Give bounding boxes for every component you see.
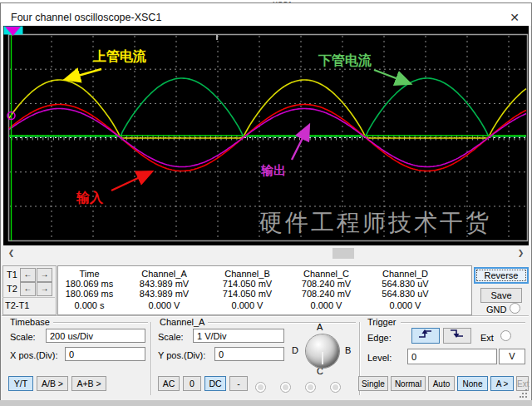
channel-group-line bbox=[208, 322, 356, 323]
channel-indicator-1[interactable] bbox=[255, 382, 266, 393]
trigger-single-button[interactable]: Single bbox=[358, 376, 388, 391]
trigger-none-button[interactable]: None bbox=[457, 376, 488, 391]
knob-pointer bbox=[322, 352, 323, 364]
diff-channel-c: 0.000 V bbox=[287, 300, 366, 310]
annotation-input: 输入 bbox=[76, 191, 104, 205]
oscilloscope-screen: 上管电流 下管电流 输入 输出 硬件工程师技术干货 bbox=[3, 26, 529, 245]
t2-t1-label: T2-T1 bbox=[5, 300, 29, 310]
trigger-group-title: Trigger bbox=[366, 317, 397, 327]
dc-coupling-button[interactable]: DC bbox=[204, 376, 226, 391]
knob-label-d: D bbox=[292, 345, 298, 355]
falling-edge-button[interactable] bbox=[443, 328, 471, 344]
channel-indicator-3[interactable] bbox=[305, 382, 316, 393]
trigger-level-input[interactable] bbox=[407, 349, 497, 364]
knob-label-a: A bbox=[317, 322, 323, 332]
trigger-ext-label: Ext bbox=[480, 333, 494, 343]
channel-scale-input[interactable] bbox=[193, 329, 284, 343]
col-header-channel-b: Channel_B bbox=[208, 269, 287, 279]
knob-label-b: B bbox=[345, 345, 351, 355]
cursor-box-divider bbox=[2, 297, 55, 298]
channel-indicator-2[interactable] bbox=[280, 382, 291, 393]
rising-edge-button[interactable] bbox=[411, 328, 440, 344]
col-header-time: Time bbox=[58, 269, 121, 279]
channel-indicator-4[interactable] bbox=[330, 382, 341, 393]
t1-right-arrow-button[interactable]: → bbox=[37, 268, 52, 282]
annotation-upper-tube-current: 上管电流 bbox=[92, 48, 146, 63]
window-title: Four channel oscilloscope-XSC1 bbox=[11, 12, 161, 23]
screenshot-root: XSC1 Four channel oscilloscope-XSC1 ✕ bbox=[0, 0, 532, 406]
channel-group-title: Channel_A bbox=[158, 317, 206, 327]
ab-mode-button[interactable]: A/B > bbox=[37, 376, 68, 391]
t2-t1-values-row: 0.000 s 0.000 V 0.000 V 0.000 V 0.000 V bbox=[58, 300, 471, 310]
falling-edge-icon bbox=[449, 329, 466, 339]
ac-coupling-button[interactable]: AC bbox=[158, 376, 180, 391]
t1-time: 180.069 ms bbox=[58, 279, 121, 289]
scroll-left-icon[interactable]: ❮ bbox=[4, 247, 18, 260]
t2-channel-b: 714.050 mV bbox=[208, 289, 287, 299]
timebase-scale-input[interactable] bbox=[46, 329, 145, 343]
ext-trigger-terminal-icon bbox=[500, 330, 511, 341]
col-header-channel-c: Channel_C bbox=[287, 269, 366, 279]
timebase-group-line bbox=[53, 322, 148, 323]
trigger-level-unit[interactable]: V bbox=[499, 349, 525, 364]
t2-time: 180.069 ms bbox=[58, 289, 121, 299]
rising-edge-icon bbox=[417, 329, 434, 339]
a-plus-b-mode-button[interactable]: A+B > bbox=[71, 376, 106, 391]
trigger-level-label: Level: bbox=[367, 353, 392, 363]
diff-channel-d: 0.000 V bbox=[366, 300, 445, 310]
scrollbar-thumb[interactable] bbox=[332, 248, 354, 259]
timebase-xpos-label: X pos.(Div): bbox=[10, 350, 57, 360]
t2-values-row: 180.069 ms 843.989 mV 714.050 mV 708.240… bbox=[58, 289, 471, 299]
measurement-table: Time Channel_A Channel_B Channel_C Chann… bbox=[57, 265, 472, 315]
close-icon[interactable]: ✕ bbox=[505, 10, 525, 26]
diff-time: 0.000 s bbox=[58, 300, 121, 310]
zero-coupling-button[interactable]: 0 bbox=[183, 376, 201, 391]
annotation-output: 输出 bbox=[260, 163, 286, 177]
resize-grip[interactable] bbox=[520, 389, 527, 397]
trigger-auto-button[interactable]: Auto bbox=[428, 376, 455, 391]
gnd-label: GND bbox=[486, 304, 506, 314]
t2-left-arrow-button[interactable]: ← bbox=[20, 282, 36, 296]
channel-selector-knob[interactable] bbox=[306, 334, 339, 368]
controls-separator bbox=[2, 315, 529, 316]
t1-channel-c: 708.240 mV bbox=[287, 279, 366, 289]
channel-ypos-input[interactable] bbox=[214, 347, 284, 361]
horizontal-scrollbar[interactable]: ❮ ❯ bbox=[4, 247, 528, 260]
t1-channel-a: 843.989 mV bbox=[121, 279, 208, 289]
channel-scale-label: Scale: bbox=[158, 332, 184, 342]
trigger-a-button[interactable]: A > bbox=[490, 376, 514, 391]
t2-label: T2 bbox=[7, 284, 17, 294]
t2-channel-a: 843.989 mV bbox=[121, 289, 208, 299]
t1-label: T1 bbox=[7, 270, 17, 280]
save-button[interactable]: Save bbox=[480, 288, 522, 303]
col-header-channel-d: Channel_D bbox=[366, 269, 445, 279]
t2-channel-c: 708.240 mV bbox=[287, 289, 366, 299]
t1-left-arrow-button[interactable]: ← bbox=[20, 268, 36, 282]
t2-channel-d: 564.830 uV bbox=[366, 289, 445, 299]
title-bar[interactable]: Four channel oscilloscope-XSC1 ✕ bbox=[1, 3, 531, 26]
scroll-right-icon[interactable]: ❯ bbox=[514, 247, 528, 260]
diff-channel-a: 0.000 V bbox=[121, 300, 208, 310]
t1-values-row: 180.069 ms 843.989 mV 714.050 mV 708.240… bbox=[58, 279, 471, 289]
trigger-group-line bbox=[401, 322, 525, 323]
window-bottom-edge bbox=[0, 400, 532, 406]
measurement-header-row: Time Channel_A Channel_B Channel_C Chann… bbox=[58, 269, 471, 279]
yt-mode-button[interactable]: Y/T bbox=[8, 376, 33, 391]
watermark-text: 硬件工程师技术干货 bbox=[259, 210, 491, 235]
timebase-channel-separator bbox=[150, 322, 151, 395]
timebase-group-title: Timebase bbox=[8, 317, 52, 327]
annotation-lower-tube-current: 下管电流 bbox=[318, 52, 372, 67]
channel-ypos-label: Y pos.(Div): bbox=[158, 350, 205, 360]
reverse-button[interactable]: Reverse bbox=[474, 267, 529, 284]
oscilloscope-display: 上管电流 下管电流 输入 输出 硬件工程师技术干货 bbox=[3, 26, 529, 245]
diff-channel-b: 0.000 V bbox=[208, 300, 287, 310]
trigger-edge-label: Edge: bbox=[367, 333, 392, 343]
trigger-normal-button[interactable]: Normal bbox=[391, 376, 426, 391]
t1-channel-d: 564.830 uV bbox=[366, 279, 445, 289]
t1-channel-b: 714.050 mV bbox=[208, 279, 287, 289]
timebase-xpos-input[interactable] bbox=[65, 347, 145, 361]
gnd-terminal-icon bbox=[510, 303, 520, 314]
t2-right-arrow-button[interactable]: → bbox=[37, 282, 52, 296]
minus-input-button[interactable]: - bbox=[229, 376, 248, 391]
timebase-scale-label: Scale: bbox=[10, 332, 36, 342]
